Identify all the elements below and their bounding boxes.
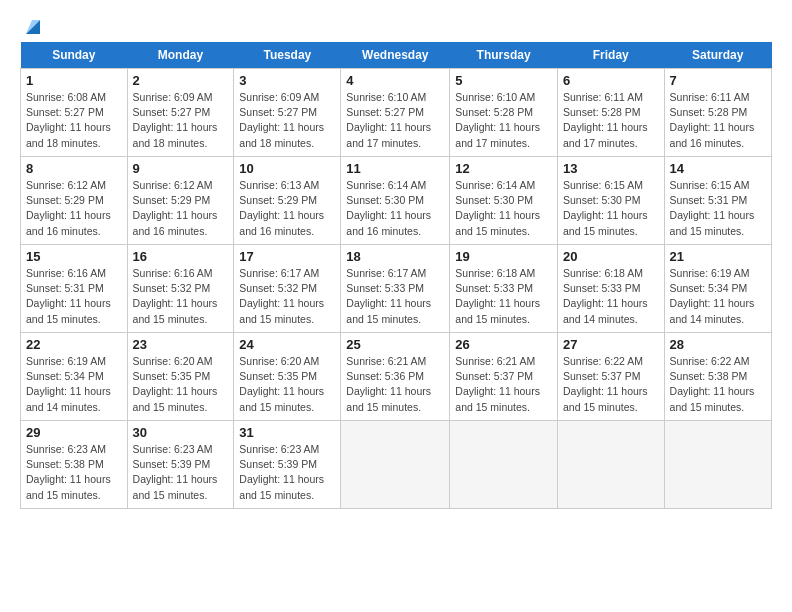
- day-number: 6: [563, 73, 659, 88]
- calendar-table: SundayMondayTuesdayWednesdayThursdayFrid…: [20, 42, 772, 509]
- empty-cell: [341, 421, 450, 509]
- day-cell-19: 19Sunrise: 6:18 AMSunset: 5:33 PMDayligh…: [450, 245, 558, 333]
- day-cell-28: 28Sunrise: 6:22 AMSunset: 5:38 PMDayligh…: [664, 333, 771, 421]
- day-cell-22: 22Sunrise: 6:19 AMSunset: 5:34 PMDayligh…: [21, 333, 128, 421]
- day-detail: Sunrise: 6:12 AMSunset: 5:29 PMDaylight:…: [26, 178, 122, 239]
- day-number: 19: [455, 249, 552, 264]
- day-detail: Sunrise: 6:12 AMSunset: 5:29 PMDaylight:…: [133, 178, 229, 239]
- day-detail: Sunrise: 6:21 AMSunset: 5:36 PMDaylight:…: [346, 354, 444, 415]
- day-detail: Sunrise: 6:11 AMSunset: 5:28 PMDaylight:…: [670, 90, 766, 151]
- week-row-5: 29Sunrise: 6:23 AMSunset: 5:38 PMDayligh…: [21, 421, 772, 509]
- page-header: [20, 16, 772, 34]
- day-number: 1: [26, 73, 122, 88]
- day-cell-11: 11Sunrise: 6:14 AMSunset: 5:30 PMDayligh…: [341, 157, 450, 245]
- day-number: 22: [26, 337, 122, 352]
- day-number: 13: [563, 161, 659, 176]
- day-detail: Sunrise: 6:20 AMSunset: 5:35 PMDaylight:…: [239, 354, 335, 415]
- day-number: 24: [239, 337, 335, 352]
- day-cell-26: 26Sunrise: 6:21 AMSunset: 5:37 PMDayligh…: [450, 333, 558, 421]
- day-cell-30: 30Sunrise: 6:23 AMSunset: 5:39 PMDayligh…: [127, 421, 234, 509]
- day-number: 29: [26, 425, 122, 440]
- day-detail: Sunrise: 6:19 AMSunset: 5:34 PMDaylight:…: [670, 266, 766, 327]
- day-number: 21: [670, 249, 766, 264]
- day-detail: Sunrise: 6:14 AMSunset: 5:30 PMDaylight:…: [346, 178, 444, 239]
- col-header-monday: Monday: [127, 42, 234, 69]
- day-cell-29: 29Sunrise: 6:23 AMSunset: 5:38 PMDayligh…: [21, 421, 128, 509]
- day-number: 31: [239, 425, 335, 440]
- col-header-thursday: Thursday: [450, 42, 558, 69]
- logo-icon: [22, 16, 44, 38]
- day-number: 16: [133, 249, 229, 264]
- day-cell-5: 5Sunrise: 6:10 AMSunset: 5:28 PMDaylight…: [450, 69, 558, 157]
- day-number: 12: [455, 161, 552, 176]
- day-number: 14: [670, 161, 766, 176]
- day-number: 27: [563, 337, 659, 352]
- day-cell-10: 10Sunrise: 6:13 AMSunset: 5:29 PMDayligh…: [234, 157, 341, 245]
- day-number: 28: [670, 337, 766, 352]
- col-header-friday: Friday: [557, 42, 664, 69]
- day-detail: Sunrise: 6:17 AMSunset: 5:32 PMDaylight:…: [239, 266, 335, 327]
- week-row-2: 8Sunrise: 6:12 AMSunset: 5:29 PMDaylight…: [21, 157, 772, 245]
- day-cell-4: 4Sunrise: 6:10 AMSunset: 5:27 PMDaylight…: [341, 69, 450, 157]
- day-cell-1: 1Sunrise: 6:08 AMSunset: 5:27 PMDaylight…: [21, 69, 128, 157]
- day-cell-24: 24Sunrise: 6:20 AMSunset: 5:35 PMDayligh…: [234, 333, 341, 421]
- day-cell-13: 13Sunrise: 6:15 AMSunset: 5:30 PMDayligh…: [557, 157, 664, 245]
- day-number: 8: [26, 161, 122, 176]
- day-detail: Sunrise: 6:15 AMSunset: 5:31 PMDaylight:…: [670, 178, 766, 239]
- day-detail: Sunrise: 6:15 AMSunset: 5:30 PMDaylight:…: [563, 178, 659, 239]
- day-cell-18: 18Sunrise: 6:17 AMSunset: 5:33 PMDayligh…: [341, 245, 450, 333]
- day-number: 25: [346, 337, 444, 352]
- day-detail: Sunrise: 6:18 AMSunset: 5:33 PMDaylight:…: [563, 266, 659, 327]
- day-cell-9: 9Sunrise: 6:12 AMSunset: 5:29 PMDaylight…: [127, 157, 234, 245]
- day-cell-6: 6Sunrise: 6:11 AMSunset: 5:28 PMDaylight…: [557, 69, 664, 157]
- day-cell-7: 7Sunrise: 6:11 AMSunset: 5:28 PMDaylight…: [664, 69, 771, 157]
- col-header-wednesday: Wednesday: [341, 42, 450, 69]
- day-number: 18: [346, 249, 444, 264]
- day-number: 10: [239, 161, 335, 176]
- day-number: 23: [133, 337, 229, 352]
- day-cell-20: 20Sunrise: 6:18 AMSunset: 5:33 PMDayligh…: [557, 245, 664, 333]
- day-detail: Sunrise: 6:23 AMSunset: 5:39 PMDaylight:…: [133, 442, 229, 503]
- day-number: 30: [133, 425, 229, 440]
- day-number: 15: [26, 249, 122, 264]
- logo: [20, 16, 44, 34]
- day-cell-21: 21Sunrise: 6:19 AMSunset: 5:34 PMDayligh…: [664, 245, 771, 333]
- day-cell-14: 14Sunrise: 6:15 AMSunset: 5:31 PMDayligh…: [664, 157, 771, 245]
- day-detail: Sunrise: 6:18 AMSunset: 5:33 PMDaylight:…: [455, 266, 552, 327]
- day-cell-27: 27Sunrise: 6:22 AMSunset: 5:37 PMDayligh…: [557, 333, 664, 421]
- day-number: 4: [346, 73, 444, 88]
- day-detail: Sunrise: 6:10 AMSunset: 5:27 PMDaylight:…: [346, 90, 444, 151]
- day-detail: Sunrise: 6:21 AMSunset: 5:37 PMDaylight:…: [455, 354, 552, 415]
- day-detail: Sunrise: 6:09 AMSunset: 5:27 PMDaylight:…: [133, 90, 229, 151]
- day-number: 9: [133, 161, 229, 176]
- col-header-saturday: Saturday: [664, 42, 771, 69]
- day-detail: Sunrise: 6:10 AMSunset: 5:28 PMDaylight:…: [455, 90, 552, 151]
- day-number: 17: [239, 249, 335, 264]
- day-cell-3: 3Sunrise: 6:09 AMSunset: 5:27 PMDaylight…: [234, 69, 341, 157]
- day-number: 26: [455, 337, 552, 352]
- day-cell-2: 2Sunrise: 6:09 AMSunset: 5:27 PMDaylight…: [127, 69, 234, 157]
- day-detail: Sunrise: 6:20 AMSunset: 5:35 PMDaylight:…: [133, 354, 229, 415]
- empty-cell: [450, 421, 558, 509]
- empty-cell: [664, 421, 771, 509]
- day-detail: Sunrise: 6:09 AMSunset: 5:27 PMDaylight:…: [239, 90, 335, 151]
- day-detail: Sunrise: 6:16 AMSunset: 5:31 PMDaylight:…: [26, 266, 122, 327]
- day-cell-17: 17Sunrise: 6:17 AMSunset: 5:32 PMDayligh…: [234, 245, 341, 333]
- day-cell-25: 25Sunrise: 6:21 AMSunset: 5:36 PMDayligh…: [341, 333, 450, 421]
- day-detail: Sunrise: 6:16 AMSunset: 5:32 PMDaylight:…: [133, 266, 229, 327]
- day-detail: Sunrise: 6:14 AMSunset: 5:30 PMDaylight:…: [455, 178, 552, 239]
- day-number: 2: [133, 73, 229, 88]
- day-detail: Sunrise: 6:17 AMSunset: 5:33 PMDaylight:…: [346, 266, 444, 327]
- day-detail: Sunrise: 6:23 AMSunset: 5:39 PMDaylight:…: [239, 442, 335, 503]
- day-detail: Sunrise: 6:22 AMSunset: 5:38 PMDaylight:…: [670, 354, 766, 415]
- week-row-4: 22Sunrise: 6:19 AMSunset: 5:34 PMDayligh…: [21, 333, 772, 421]
- calendar-header-row: SundayMondayTuesdayWednesdayThursdayFrid…: [21, 42, 772, 69]
- day-cell-15: 15Sunrise: 6:16 AMSunset: 5:31 PMDayligh…: [21, 245, 128, 333]
- day-detail: Sunrise: 6:13 AMSunset: 5:29 PMDaylight:…: [239, 178, 335, 239]
- day-detail: Sunrise: 6:11 AMSunset: 5:28 PMDaylight:…: [563, 90, 659, 151]
- day-cell-23: 23Sunrise: 6:20 AMSunset: 5:35 PMDayligh…: [127, 333, 234, 421]
- empty-cell: [557, 421, 664, 509]
- day-detail: Sunrise: 6:22 AMSunset: 5:37 PMDaylight:…: [563, 354, 659, 415]
- day-detail: Sunrise: 6:23 AMSunset: 5:38 PMDaylight:…: [26, 442, 122, 503]
- day-number: 11: [346, 161, 444, 176]
